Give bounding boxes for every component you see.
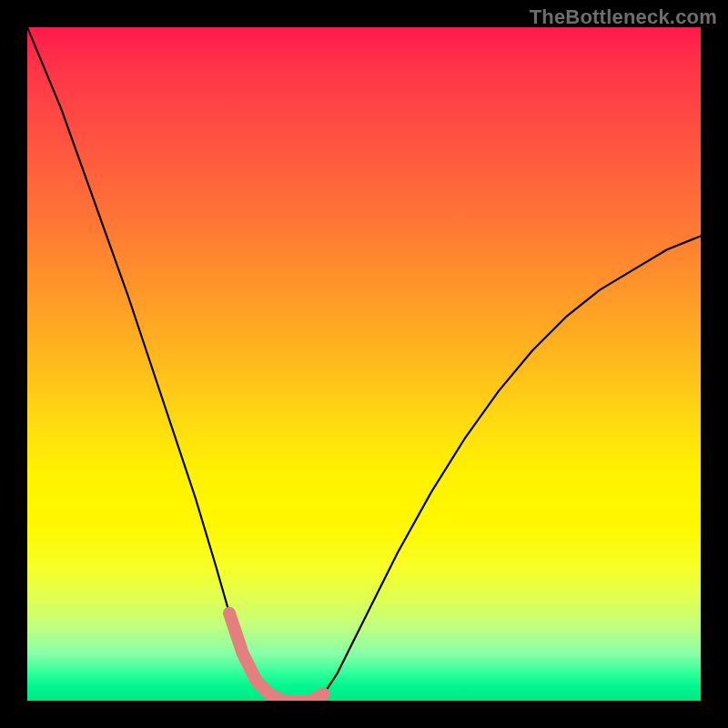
watermark-text: TheBottleneck.com	[530, 5, 717, 29]
optimal-range-highlight	[229, 613, 324, 701]
bottleneck-curve	[27, 27, 701, 701]
plot-area	[27, 27, 701, 701]
chart-frame: TheBottleneck.com	[0, 0, 728, 728]
curve-layer	[27, 27, 701, 701]
